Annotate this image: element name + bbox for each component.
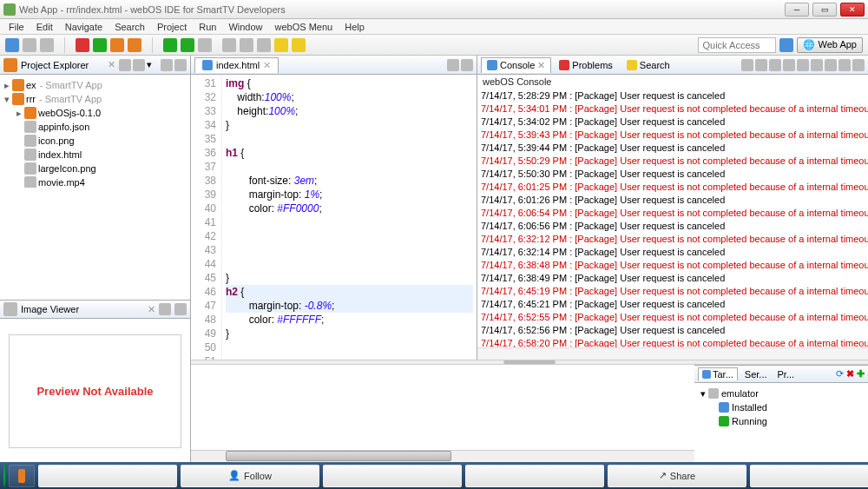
quick-access-input[interactable] (698, 37, 776, 53)
taskbar-item[interactable] (750, 465, 868, 487)
editor-tab-index[interactable]: index.html ✕ (194, 57, 279, 73)
target-tree[interactable]: ▾emulator Installed Running (694, 383, 868, 462)
console-tool-icon[interactable] (755, 59, 767, 71)
close-tab-icon[interactable]: ✕ (537, 60, 545, 71)
html-file-icon (202, 60, 213, 70)
minimize-editor-icon[interactable] (447, 59, 459, 71)
saveall-icon[interactable] (40, 38, 54, 52)
menu-webosmenu[interactable]: webOS Menu (270, 20, 339, 34)
line-gutter: 3132333435363738394041424344454647484950… (191, 75, 222, 360)
tab-console[interactable]: Console ✕ (481, 57, 551, 73)
fwd-icon[interactable] (292, 38, 306, 52)
debug-step-icon[interactable] (110, 38, 124, 52)
tab-servers[interactable]: Ser... (741, 368, 771, 380)
open-console-icon[interactable] (825, 59, 837, 71)
view-menu-icon[interactable]: ▾ (147, 59, 159, 71)
tree-node[interactable]: ▸ex - SmartTV App (2, 78, 188, 92)
new-icon[interactable] (5, 38, 19, 52)
nav3-icon[interactable] (257, 38, 271, 52)
tab-problems[interactable]: Problems (553, 57, 618, 73)
console-line: 7/14/17, 6:52:56 PM : [Package] User req… (481, 325, 865, 338)
perspective-button[interactable]: 🌐 Web App (797, 37, 863, 53)
maximize-view-icon[interactable] (174, 303, 187, 315)
taskbar-follow[interactable]: 👤 Follow (181, 465, 319, 487)
save-icon[interactable] (23, 38, 36, 52)
editor-h-scrollbar[interactable] (191, 450, 694, 462)
taskbar-share[interactable]: ↗ Share (608, 465, 746, 487)
tab-search[interactable]: Search (621, 57, 676, 73)
debug-icon[interactable] (163, 38, 177, 52)
taskbar-item[interactable] (38, 465, 177, 487)
problems-icon (559, 60, 569, 70)
console-line: 7/14/17, 5:50:29 PM : [Package] User req… (481, 155, 865, 169)
start-button[interactable] (3, 465, 5, 487)
open-perspective-icon[interactable] (779, 38, 793, 52)
tree-node[interactable]: appinfo.json (2, 120, 188, 134)
maximize-button[interactable]: ▭ (812, 3, 837, 17)
link-editor-icon[interactable] (133, 59, 145, 71)
tab-progress[interactable]: Pr... (774, 368, 799, 380)
console-tool-icon[interactable] (741, 59, 753, 71)
tree-node[interactable]: largeIcon.png (2, 162, 188, 175)
back-icon[interactable] (274, 38, 288, 52)
menu-navigate[interactable]: Navigate (60, 20, 108, 34)
tab-close-icon[interactable]: ✕ (148, 304, 155, 315)
console-line: 7/14/17, 5:34:01 PM : [Package] User req… (481, 103, 865, 116)
display-console-icon[interactable] (783, 59, 795, 71)
target-panel: Tar... Ser... Pr... ⟳ ✖ ✚ ▾emulator Inst… (694, 365, 868, 462)
bottom-tabs: Console ✕ Problems Search (477, 56, 868, 75)
editor-tab-label: index.html (216, 60, 260, 70)
close-button[interactable]: ✕ (840, 3, 865, 17)
console-icon (487, 60, 497, 70)
console-line: 7/14/17, 6:06:56 PM : [Package] User req… (481, 221, 865, 234)
menu-project[interactable]: Project (152, 20, 192, 34)
menu-edit[interactable]: Edit (31, 20, 58, 34)
console-output[interactable]: 7/14/17, 5:28:29 PM : [Package] User req… (477, 90, 868, 347)
run-icon[interactable] (93, 38, 107, 52)
taskbar-item[interactable] (9, 465, 35, 487)
perspective-label: Web App (819, 39, 857, 50)
menu-file[interactable]: File (3, 20, 30, 34)
editor-body[interactable]: 3132333435363738394041424344454647484950… (191, 75, 477, 360)
preview-unavailable-label: Preview Not Available (36, 385, 153, 398)
debug-step2-icon[interactable] (128, 38, 141, 52)
clear-console-icon[interactable] (797, 59, 809, 71)
tree-node[interactable]: ▸webOSjs-0.1.0 (2, 106, 188, 120)
delete-target-icon[interactable]: ✖ (846, 368, 854, 380)
maximize-editor-icon[interactable] (461, 59, 473, 71)
tree-node[interactable]: movie.mp4 (2, 175, 188, 188)
menu-window[interactable]: Window (223, 20, 267, 34)
pin-console-icon[interactable] (769, 59, 781, 71)
console-line: 7/14/17, 6:01:26 PM : [Package] User req… (481, 195, 865, 208)
maximize-view-icon[interactable] (852, 59, 865, 71)
tab-target[interactable]: Tar... (698, 367, 738, 380)
console-line: 7/14/17, 5:34:02 PM : [Package] User req… (481, 116, 865, 129)
maximize-view-icon[interactable] (174, 59, 187, 71)
tree-node[interactable]: icon.png (2, 134, 188, 148)
collapse-all-icon[interactable] (119, 59, 131, 71)
minimize-view-icon[interactable] (159, 303, 171, 315)
project-tree[interactable]: ▸ex - SmartTV App▾rrr - SmartTV App▸webO… (0, 75, 190, 188)
ext-tools-icon[interactable] (198, 38, 212, 52)
tree-node[interactable]: ▾rrr - SmartTV App (2, 92, 188, 106)
menu-help[interactable]: Help (339, 20, 370, 34)
refresh-icon[interactable]: ⟳ (836, 368, 844, 380)
taskbar-item[interactable] (465, 465, 604, 487)
minimize-view-icon[interactable] (161, 59, 173, 71)
minimize-button[interactable]: ─ (785, 3, 809, 17)
menu-run[interactable]: Run (194, 20, 221, 34)
tab-search-label: Search (640, 60, 670, 70)
taskbar-item[interactable] (323, 465, 462, 487)
run2-icon[interactable] (181, 38, 194, 52)
nav2-icon[interactable] (240, 38, 253, 52)
add-target-icon[interactable]: ✚ (857, 368, 865, 380)
stop-icon[interactable] (76, 38, 89, 52)
tree-node[interactable]: index.html (2, 148, 188, 162)
scroll-lock-icon[interactable] (811, 59, 823, 71)
code-area[interactable]: img { width:100%; height:100%;} h1 { fon… (222, 75, 477, 360)
nav-icon[interactable] (222, 38, 236, 52)
close-tab-icon[interactable]: ✕ (263, 60, 271, 71)
minimize-view-icon[interactable] (838, 59, 851, 71)
tab-close-icon[interactable]: ✕ (108, 59, 115, 70)
menu-search[interactable]: Search (109, 20, 150, 34)
